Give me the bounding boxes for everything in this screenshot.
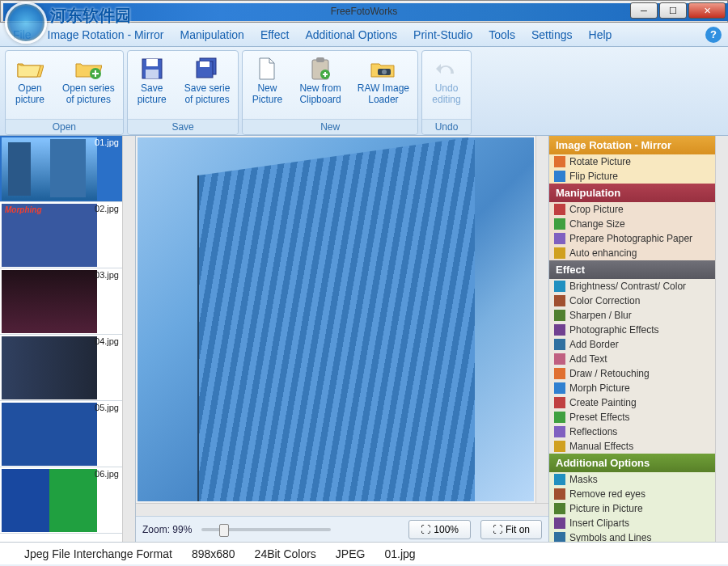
panel-item[interactable]: Insert Cliparts	[549, 516, 715, 530]
menu-additional-options[interactable]: Additional Options	[297, 25, 405, 44]
panel-item-icon	[554, 517, 565, 529]
panel-item-label: Add Text	[569, 353, 607, 365]
panel-item-icon	[554, 532, 565, 542]
folder-open-icon	[15, 56, 44, 82]
panel-header-green: Additional Options	[549, 454, 715, 472]
thumbnail-item[interactable]: 03.jpg	[0, 268, 122, 335]
panel-item[interactable]: Manual Effects	[549, 439, 715, 454]
panel-item-icon	[554, 382, 565, 394]
maximize-button[interactable]: ☐	[659, 2, 687, 19]
zoom-100-button[interactable]: ⛶100%	[408, 520, 471, 539]
menu-help[interactable]: Help	[581, 25, 620, 44]
status-type: JPEG	[336, 547, 366, 560]
thumbnail-item[interactable]: Morphing 02.jpg	[0, 202, 122, 268]
panel-item[interactable]: Rotate Picture	[549, 154, 715, 169]
zoom-slider[interactable]	[201, 528, 331, 531]
thumbnail-image	[2, 270, 97, 333]
ribbon-group-open: Open picture Open series of pictures Ope…	[5, 50, 124, 135]
open-series-button[interactable]: Open series of pictures	[54, 51, 123, 119]
panel-item[interactable]: Reflections	[549, 424, 715, 439]
new-clipboard-button[interactable]: New from Clipboard	[291, 51, 349, 119]
ribbon-group-save-title: Save	[128, 119, 239, 134]
panel-item[interactable]: Crop Picture	[549, 202, 715, 217]
panel-item[interactable]: Photographic Effects	[549, 323, 715, 337]
canvas-view[interactable]	[138, 137, 534, 501]
raw-loader-button[interactable]: RAW Image Loader	[349, 51, 417, 119]
panel-item-label: Masks	[569, 474, 598, 485]
panel-item[interactable]: Change Size	[549, 217, 715, 231]
thumbnail-image	[2, 137, 97, 201]
panel-item[interactable]: Symbols and Lines	[549, 530, 715, 542]
help-icon[interactable]: ?	[705, 27, 722, 43]
panel-item-label: Morph Picture	[569, 382, 630, 394]
save-series-button[interactable]: Save serie of pictures	[176, 51, 239, 119]
panel-item-label: Brightness/ Contrast/ Color	[569, 281, 686, 292]
zoom-fit-button[interactable]: ⛶Fit on	[480, 520, 542, 539]
new-picture-label: New Picture	[252, 83, 282, 106]
new-picture-button[interactable]: New Picture	[243, 51, 291, 119]
undo-button: Undo editing	[422, 51, 471, 119]
thumbnail-image: Morphing	[2, 204, 97, 267]
panel-item-label: Create Painting	[569, 397, 637, 408]
panel-item[interactable]: Picture in Picture	[549, 501, 715, 516]
svg-rect-3	[146, 70, 159, 78]
panel-item-label: Draw / Retouching	[569, 368, 650, 379]
thumbnail-item[interactable]: 06.jpg	[0, 467, 122, 534]
close-button[interactable]: ✕	[688, 2, 726, 19]
open-series-label: Open series of pictures	[62, 83, 115, 106]
open-picture-button[interactable]: Open picture	[6, 51, 54, 119]
new-clipboard-label: New from Clipboard	[299, 83, 341, 106]
thumbnail-image	[2, 336, 97, 399]
thumbnail-name: 04.jpg	[95, 336, 119, 346]
panel-item-label: Picture in Picture	[569, 503, 643, 514]
ribbon-group-new: New Picture New from Clipboard RAW Image…	[242, 50, 418, 135]
thumbnail-item[interactable]: 04.jpg	[0, 335, 122, 401]
panel-item-icon	[554, 488, 565, 500]
menu-manipulation[interactable]: Manipulation	[172, 25, 252, 44]
thumbnail-name: 02.jpg	[95, 204, 119, 213]
panel-item[interactable]: Brightness/ Contrast/ Color	[549, 279, 715, 294]
thumbnail-panel: 01.jpg Morphing 02.jpg 03.jpg 04.jpg 05.…	[0, 136, 136, 542]
save-picture-button[interactable]: Save picture	[128, 51, 176, 119]
panel-item[interactable]: Preset Effects	[549, 410, 715, 424]
panel-item[interactable]: Draw / Retouching	[549, 366, 715, 381]
canvas-hscrollbar[interactable]	[136, 503, 548, 516]
menu-effect[interactable]: Effect	[252, 25, 298, 44]
panel-item[interactable]: Auto enhancing	[549, 246, 715, 260]
ribbon-group-undo: Undo editing Undo	[421, 50, 472, 135]
panel-item-label: Color Correction	[569, 295, 640, 306]
minimize-button[interactable]: ─	[630, 2, 658, 19]
ribbon-group-open-title: Open	[6, 119, 123, 134]
svg-rect-8	[316, 57, 324, 62]
panel-item[interactable]: Remove red eyes	[549, 487, 715, 501]
zoom-fit-icon: ⛶	[493, 524, 502, 535]
panel-item[interactable]: Flip Picture	[549, 169, 715, 184]
panel-item[interactable]: Prepare Photographic Paper	[549, 231, 715, 246]
panel-item[interactable]: Color Correction	[549, 294, 715, 308]
panel-item[interactable]: Add Text	[549, 352, 715, 366]
panel-item-label: Crop Picture	[569, 204, 624, 215]
panel-item[interactable]: Create Painting	[549, 395, 715, 410]
panel-item[interactable]: Masks	[549, 472, 715, 487]
canvas-vscrollbar[interactable]	[535, 136, 548, 503]
zoom-label: Zoom: 99%	[142, 524, 192, 535]
menu-settings[interactable]: Settings	[523, 25, 581, 44]
thumbnail-scrollbar[interactable]	[122, 136, 135, 542]
thumbnail-name: 03.jpg	[95, 270, 119, 280]
panel-item-icon	[554, 204, 565, 215]
thumbnail-item[interactable]: 05.jpg	[0, 401, 122, 467]
panel-item-icon	[554, 368, 565, 379]
panel-item-icon	[554, 412, 565, 423]
thumbnail-item[interactable]: 01.jpg	[0, 136, 122, 202]
watermark-text: 河东软件园	[50, 5, 131, 27]
svg-point-11	[382, 70, 387, 74]
menu-image-rotation[interactable]: Image Rotation - Mirror	[40, 25, 172, 44]
menu-tools[interactable]: Tools	[480, 25, 523, 44]
panel-item[interactable]: Morph Picture	[549, 381, 715, 395]
panel-item[interactable]: Add Border	[549, 337, 715, 352]
thumbnail-image	[2, 403, 97, 466]
tool-panel-scrollbar[interactable]	[715, 136, 728, 542]
menu-print-studio[interactable]: Print-Studio	[405, 25, 480, 44]
panel-header-red: Manipulation	[549, 184, 715, 202]
panel-item[interactable]: Sharpen / Blur	[549, 308, 715, 323]
